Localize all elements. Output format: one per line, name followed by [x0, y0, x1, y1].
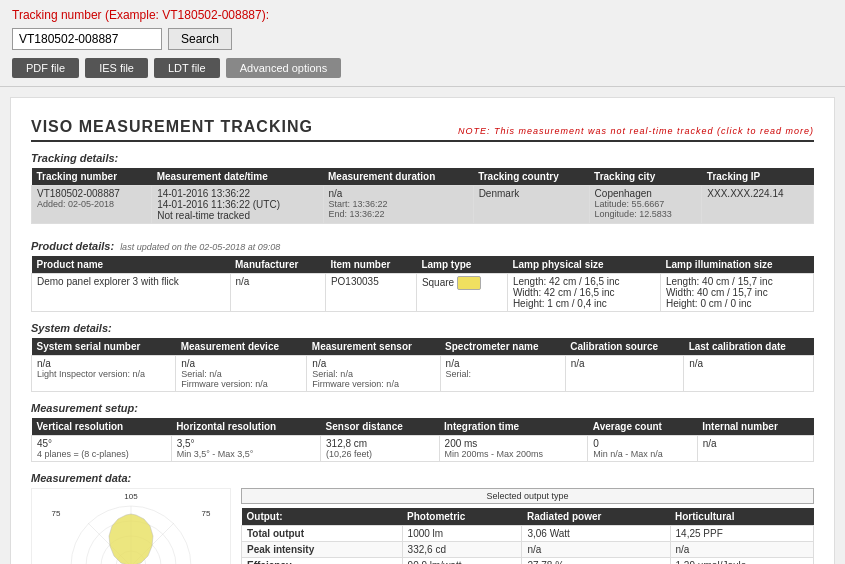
th-spectrometer: Spectrometer name — [440, 338, 565, 356]
td-sys-serial: n/a Light Inspector version: n/a — [32, 356, 176, 392]
td-output-label: Total output — [242, 526, 403, 542]
th-last-cal: Last calibration date — [684, 338, 814, 356]
th-sensor-dist: Sensor distance — [321, 418, 440, 436]
th-meas-sensor: Measurement sensor — [307, 338, 440, 356]
td-photometric: 332,6 cd — [402, 542, 522, 558]
td-sensor-dist: 312,8 cm (10,26 feet) — [321, 436, 440, 462]
td-integration: 200 ms Min 200ms - Max 200ms — [439, 436, 588, 462]
content-area: VISO MEASUREMENT TRACKING NOTE: This mea… — [10, 97, 835, 564]
note-text[interactable]: NOTE: This measurement was not real-time… — [458, 126, 814, 136]
svg-text:75: 75 — [52, 509, 61, 518]
measurement-data-section: 105 105 90 90 75 75 — [31, 488, 814, 564]
action-buttons: PDF file IES file LDT file Advanced opti… — [12, 58, 833, 78]
td-meas-sensor: n/a Serial: n/a Firmware version: n/a — [307, 356, 440, 392]
measurement-setup-title: Measurement setup: — [31, 402, 814, 414]
label-end: ): — [262, 8, 269, 22]
setup-table: Vertical resolution Horizontal resolutio… — [31, 418, 814, 462]
th-manufacturer: Manufacturer — [230, 256, 325, 274]
system-table: System serial number Measurement device … — [31, 338, 814, 392]
td-spectrometer: n/a Serial: — [440, 356, 565, 392]
td-country: Denmark — [473, 186, 589, 224]
th-horiz-res: Horizontal resolution — [171, 418, 320, 436]
table-row: Effciency 90,9 lm/watt 27,78 % 1,29 µmol… — [242, 558, 814, 565]
tracking-label: Tracking number (Example: VT180502-00888… — [12, 8, 833, 22]
viso-title: VISO MEASUREMENT TRACKING NOTE: This mea… — [31, 118, 814, 142]
system-details-title: System details: — [31, 322, 814, 334]
th-avg-count: Average count — [588, 418, 697, 436]
td-ip: XXX.XXX.224.14 — [702, 186, 814, 224]
report-title: VISO MEASUREMENT TRACKING — [31, 118, 313, 136]
svg-text:75: 75 — [202, 509, 211, 518]
td-vert-res: 45° 4 planes = (8 c-planes) — [32, 436, 172, 462]
product-table: Product name Manufacturer Item number La… — [31, 256, 814, 312]
th-city: Tracking city — [589, 168, 702, 186]
table-row: Peak intensity 332,6 cd n/a n/a — [242, 542, 814, 558]
td-internal-num: n/a — [697, 436, 813, 462]
td-radiated: 3,06 Watt — [522, 526, 670, 542]
td-date-time: 14-01-2016 13:36:22 14-01-2016 11:36:22 … — [152, 186, 323, 224]
output-table-wrapper: Selected output type Output: Photometric… — [241, 488, 814, 564]
label-text: Tracking number (Example: — [12, 8, 162, 22]
ldt-file-button[interactable]: LDT file — [154, 58, 220, 78]
td-product-name: Demo panel explorer 3 with flick — [32, 274, 231, 312]
table-row: n/a Light Inspector version: n/a n/a Ser… — [32, 356, 814, 392]
selected-output-label: Selected output type — [241, 488, 814, 504]
td-meas-device: n/a Serial: n/a Firmware version: n/a — [176, 356, 307, 392]
ies-file-button[interactable]: IES file — [85, 58, 148, 78]
th-sys-serial: System serial number — [32, 338, 176, 356]
td-city: Copenhagen Latitude: 55.6667 Longitude: … — [589, 186, 702, 224]
th-item-number: Item number — [325, 256, 416, 274]
th-meas-device: Measurement device — [176, 338, 307, 356]
td-horticultural: 1,29 µmol/Joule — [670, 558, 813, 565]
td-cal-source: n/a — [565, 356, 683, 392]
lamp-icon — [457, 276, 481, 290]
product-details-title: Product details: — [31, 240, 114, 252]
table-row: 45° 4 planes = (8 c-planes) 3,5° Min 3,5… — [32, 436, 814, 462]
td-horticultural: 14,25 PPF — [670, 526, 813, 542]
th-lamp-type: Lamp type — [416, 256, 507, 274]
td-horticultural: n/a — [670, 542, 813, 558]
th-radiated: Radiated power — [522, 508, 670, 526]
table-row: Demo panel explorer 3 with flick n/a PO1… — [32, 274, 814, 312]
table-row: VT180502-008887 Added: 02-05-2018 14-01-… — [32, 186, 814, 224]
tracking-input[interactable] — [12, 28, 162, 50]
th-output-label: Output: — [242, 508, 403, 526]
tracking-details-title: Tracking details: — [31, 152, 814, 164]
th-cal-source: Calibration source — [565, 338, 683, 356]
th-tracking-number: Tracking number — [32, 168, 152, 186]
th-illum-size: Lamp illumination size — [660, 256, 813, 274]
td-photometric: 90,9 lm/watt — [402, 558, 522, 565]
top-bar: Tracking number (Example: VT180502-00888… — [0, 0, 845, 87]
td-radiated: n/a — [522, 542, 670, 558]
table-row: Total output 1000 lm 3,06 Watt 14,25 PPF — [242, 526, 814, 542]
advanced-options-button[interactable]: Advanced options — [226, 58, 341, 78]
tracking-table: Tracking number Measurement date/time Me… — [31, 168, 814, 224]
td-illum-size: Length: 40 cm / 15,7 inc Width: 40 cm / … — [660, 274, 813, 312]
th-integration: Integration time — [439, 418, 588, 436]
th-vert-res: Vertical resolution — [32, 418, 172, 436]
td-phys-size: Length: 42 cm / 16,5 inc Width: 42 cm / … — [507, 274, 660, 312]
th-ip: Tracking IP — [702, 168, 814, 186]
search-button[interactable]: Search — [168, 28, 232, 50]
pdf-file-button[interactable]: PDF file — [12, 58, 79, 78]
td-manufacturer: n/a — [230, 274, 325, 312]
example-value: VT180502-008887 — [162, 8, 261, 22]
td-tracking-number: VT180502-008887 Added: 02-05-2018 — [32, 186, 152, 224]
th-phys-size: Lamp physical size — [507, 256, 660, 274]
th-product-name: Product name — [32, 256, 231, 274]
td-avg-count: 0 Min n/a - Max n/a — [588, 436, 697, 462]
td-radiated: 27,78 % — [522, 558, 670, 565]
td-horiz-res: 3,5° Min 3,5° - Max 3,5° — [171, 436, 320, 462]
td-photometric: 1000 lm — [402, 526, 522, 542]
product-subtitle: last updated on the 02-05-2018 at 09:08 — [120, 242, 280, 252]
th-country: Tracking country — [473, 168, 589, 186]
td-output-label: Effciency — [242, 558, 403, 565]
th-date-time: Measurement date/time — [152, 168, 323, 186]
td-lamp-type: Square — [416, 274, 507, 312]
td-last-cal: n/a — [684, 356, 814, 392]
td-output-label: Peak intensity — [242, 542, 403, 558]
td-item-number: PO130035 — [325, 274, 416, 312]
polar-chart: 105 105 90 90 75 75 — [31, 488, 231, 564]
th-photometric: Photometric — [402, 508, 522, 526]
svg-text:105: 105 — [124, 492, 138, 501]
